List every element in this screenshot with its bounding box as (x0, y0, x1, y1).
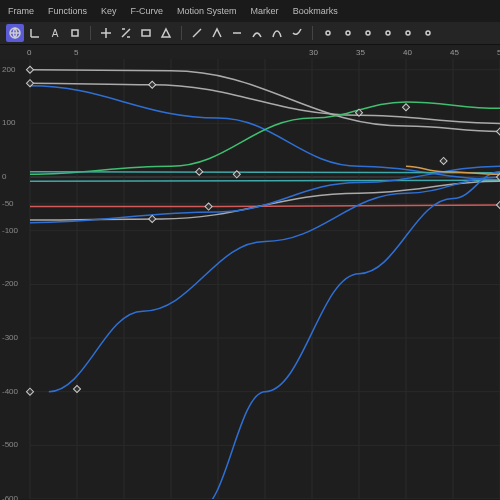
y-tick-label: 100 (2, 118, 15, 127)
line1-icon[interactable] (188, 24, 206, 42)
ruler-tick: 35 (356, 48, 365, 57)
line2-icon[interactable] (208, 24, 226, 42)
grid (30, 59, 500, 499)
y-tick-label: 0 (2, 172, 6, 181)
y-tick-label: -600 (2, 494, 18, 500)
keyframe[interactable] (149, 81, 156, 88)
y-tick-label: 200 (2, 65, 15, 74)
keyframe[interactable] (496, 128, 500, 135)
tool-d-icon[interactable] (379, 24, 397, 42)
menu-key[interactable]: Key (101, 6, 117, 16)
y-tick-label: -50 (2, 199, 14, 208)
ruler-tick: 45 (450, 48, 459, 57)
svg-rect-1 (142, 30, 150, 36)
toolbar: A (0, 22, 500, 45)
svg-point-7 (426, 31, 430, 35)
graph-canvas[interactable] (0, 59, 500, 499)
tool-b-icon[interactable] (339, 24, 357, 42)
line3-icon[interactable] (228, 24, 246, 42)
toolbar-separator (181, 26, 182, 40)
curve3-icon[interactable] (288, 24, 306, 42)
globe-icon[interactable] (6, 24, 24, 42)
menu-functions[interactable]: Functions (48, 6, 87, 16)
keyframe[interactable] (26, 388, 33, 395)
svg-point-2 (326, 31, 330, 35)
letter-a-icon[interactable]: A (46, 24, 64, 42)
menu-motion-system[interactable]: Motion System (177, 6, 237, 16)
menu-bar: FrameFunctionsKeyF-CurveMotion SystemMar… (0, 0, 500, 22)
curve-teal-b[interactable] (30, 180, 500, 181)
svg-point-4 (366, 31, 370, 35)
tool-a-icon[interactable] (319, 24, 337, 42)
tri-icon[interactable] (157, 24, 175, 42)
keyframe[interactable] (26, 66, 33, 73)
ruler-tick: 5 (74, 48, 78, 57)
y-tick-label: -400 (2, 387, 18, 396)
keyframe[interactable] (196, 168, 203, 175)
curve-blue-d[interactable] (199, 172, 500, 499)
menu-f-curve[interactable]: F-Curve (131, 6, 164, 16)
axis-icon[interactable] (26, 24, 44, 42)
move-icon[interactable] (97, 24, 115, 42)
curve2-icon[interactable] (268, 24, 286, 42)
svg-point-3 (346, 31, 350, 35)
time-ruler[interactable]: 053035404550 (0, 45, 500, 59)
svg-point-6 (406, 31, 410, 35)
keyframe[interactable] (402, 104, 409, 111)
tool-e-icon[interactable] (399, 24, 417, 42)
keyframe[interactable] (496, 201, 500, 208)
tool-f-icon[interactable] (419, 24, 437, 42)
ruler-tick: 0 (27, 48, 31, 57)
keyframe[interactable] (440, 157, 447, 164)
tool-c-icon[interactable] (359, 24, 377, 42)
toolbar-separator (90, 26, 91, 40)
svg-point-5 (386, 31, 390, 35)
y-tick-label: -200 (2, 279, 18, 288)
y-tick-label: -100 (2, 226, 18, 235)
ruler-tick: 40 (403, 48, 412, 57)
menu-marker[interactable]: Marker (251, 6, 279, 16)
toolbar-separator (312, 26, 313, 40)
scale-icon[interactable] (117, 24, 135, 42)
rect-icon[interactable] (137, 24, 155, 42)
curve-teal-a[interactable] (30, 172, 500, 173)
menu-frame[interactable]: Frame (8, 6, 34, 16)
keyframe[interactable] (149, 215, 156, 222)
y-tick-label: -500 (2, 440, 18, 449)
ruler-tick: 30 (309, 48, 318, 57)
fcurve-graph[interactable]: 2001000-50-100-200-300-400-500-600 (0, 59, 500, 499)
y-tick-label: -300 (2, 333, 18, 342)
menu-bookmarks[interactable]: Bookmarks (293, 6, 338, 16)
snap-icon[interactable] (66, 24, 84, 42)
curve1-icon[interactable] (248, 24, 266, 42)
